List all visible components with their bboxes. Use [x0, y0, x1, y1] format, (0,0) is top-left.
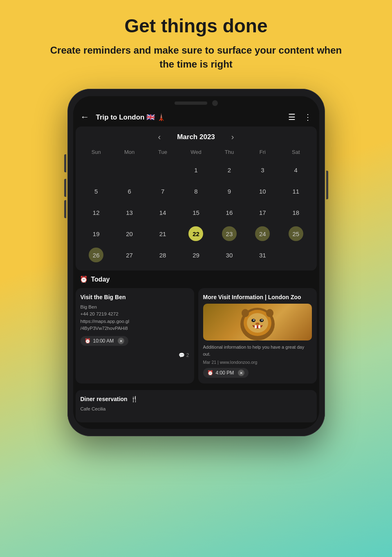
zoo-time-badge: ⏰ 4:00 PM ✕ — [203, 368, 249, 378]
calendar-weekdays: Sun Mon Tue Wed Thu Fri Sat — [80, 147, 313, 157]
notch-bar — [73, 96, 319, 108]
calendar-day-empty-2 — [146, 160, 179, 180]
london-zoo-card-title: More Visit Information | London Zoo — [203, 294, 312, 300]
svg-point-7 — [255, 322, 260, 325]
calendar-day-8[interactable]: 8 — [179, 181, 213, 201]
calendar-day-27[interactable]: 27 — [113, 245, 146, 265]
calendar-day-5[interactable]: 5 — [80, 181, 113, 201]
calendar-day-30[interactable]: 30 — [213, 245, 246, 265]
back-button[interactable]: ← — [81, 112, 90, 122]
calendar-day-20[interactable]: 20 — [113, 224, 146, 244]
calendar-day-16[interactable]: 16 — [213, 203, 246, 222]
svg-rect-9 — [258, 325, 260, 328]
weekday-sat: Sat — [279, 147, 312, 157]
zoo-lion-image — [203, 304, 312, 341]
calendar-month-year: March 2023 — [177, 133, 215, 141]
calendar-day-17[interactable]: 17 — [246, 203, 279, 222]
diner-reservation-card[interactable]: Diner reservation 🍴 Cafe Cecilia — [76, 390, 317, 422]
alarm-icon: ⏰ — [80, 275, 88, 283]
big-ben-card[interactable]: Visit the Big Ben Big Ben +44 20 7219 42… — [76, 288, 194, 383]
calendar-day-1[interactable]: 1 — [179, 160, 213, 180]
phone-frame: ← Trip to London 🇬🇧 🗼 ☰ ⋮ ‹ March 2023 ›… — [67, 89, 325, 436]
calendar-day-3[interactable]: 3 — [246, 160, 279, 180]
calendar-day-18[interactable]: 18 — [279, 203, 312, 222]
today-section: ⏰ Today — [73, 271, 319, 283]
calendar-day-10[interactable]: 10 — [246, 181, 279, 201]
page-title: Get things done — [124, 15, 267, 37]
calendar-day-25[interactable]: 25 — [279, 224, 312, 244]
app-bar: ← Trip to London 🇬🇧 🗼 ☰ ⋮ — [73, 108, 319, 126]
comment-icon: 💬 — [179, 352, 185, 358]
diner-card-title: Diner reservation 🍴 — [81, 396, 312, 402]
calendar-prev-button[interactable]: ‹ — [158, 132, 161, 142]
zoo-card-description: Additional information to help you have … — [203, 344, 312, 357]
calendar-day-15[interactable]: 15 — [179, 203, 213, 222]
notch-pill — [175, 101, 207, 105]
diner-card-detail: Cafe Cecilia — [81, 406, 312, 413]
today-label-row: ⏰ Today — [80, 275, 313, 283]
diner-icon: 🍴 — [131, 396, 138, 402]
calendar-day-22[interactable]: 22 — [179, 224, 213, 244]
calendar-day-19[interactable]: 19 — [80, 224, 113, 244]
calendar-day-empty-0 — [80, 160, 113, 180]
calendar-day-24[interactable]: 24 — [246, 224, 279, 244]
calendar-header: ‹ March 2023 › — [80, 132, 313, 142]
weekday-sun: Sun — [80, 147, 113, 157]
weekday-mon: Mon — [113, 147, 146, 157]
calendar-day-28[interactable]: 28 — [146, 245, 179, 265]
more-icon[interactable]: ⋮ — [304, 112, 312, 122]
calendar-day-9[interactable]: 9 — [213, 181, 246, 201]
big-ben-time-badge: ⏰ 10:00 AM ✕ — [81, 336, 129, 346]
calendar-day-4[interactable]: 4 — [279, 160, 312, 180]
app-bar-title: Trip to London 🇬🇧 🗼 — [96, 113, 280, 122]
zoo-clock-icon: ⏰ — [207, 370, 213, 376]
calendar-day-26[interactable]: 26 — [80, 245, 113, 265]
weekday-thu: Thu — [213, 147, 246, 157]
calendar-day-29[interactable]: 29 — [179, 245, 213, 265]
svg-point-10 — [242, 309, 249, 317]
calendar-day-12[interactable]: 12 — [80, 203, 113, 222]
calendar-day-14[interactable]: 14 — [146, 203, 179, 222]
london-zoo-card[interactable]: More Visit Information | London Zoo — [198, 288, 317, 383]
menu-icon[interactable]: ☰ — [288, 112, 296, 122]
calendar-section: ‹ March 2023 › Sun Mon Tue Wed Thu Fri S… — [76, 126, 317, 271]
cards-row: Visit the Big Ben Big Ben +44 20 7219 42… — [73, 288, 319, 390]
page-subtitle: Create reminders and make sure to surfac… — [49, 43, 343, 71]
big-ben-card-detail: Big Ben +44 20 7219 4272 https://maps.ap… — [81, 304, 189, 332]
calendar-day-31[interactable]: 31 — [246, 245, 279, 265]
calendar-day-11[interactable]: 11 — [279, 181, 312, 201]
svg-rect-8 — [255, 325, 257, 328]
calendar-day-21[interactable]: 21 — [146, 224, 179, 244]
calendar-day-23[interactable]: 23 — [213, 224, 246, 244]
remove-time-button[interactable]: ✕ — [118, 338, 124, 344]
clock-icon: ⏰ — [85, 338, 91, 344]
today-text: Today — [91, 276, 110, 283]
svg-point-11 — [266, 309, 273, 317]
big-ben-comments: 💬 2 — [179, 352, 189, 358]
weekday-fri: Fri — [246, 147, 279, 157]
notch-dot — [212, 100, 218, 106]
calendar-day-empty-1 — [113, 160, 146, 180]
zoo-remove-time-button[interactable]: ✕ — [238, 370, 244, 376]
zoo-card-meta: Mar 21 | www.londonzoo.org — [203, 360, 312, 365]
calendar-next-button[interactable]: › — [231, 132, 234, 142]
calendar-day-6[interactable]: 6 — [113, 181, 146, 201]
big-ben-time: 10:00 AM — [93, 338, 114, 344]
big-ben-card-title: Visit the Big Ben — [81, 294, 189, 300]
comment-count: 2 — [186, 352, 189, 358]
calendar-day-2[interactable]: 2 — [213, 160, 246, 180]
calendar-day-7[interactable]: 7 — [146, 181, 179, 201]
weekday-tue: Tue — [146, 147, 179, 157]
calendar-days: 1234567891011121314151617181920212223242… — [80, 160, 313, 265]
svg-point-5 — [253, 320, 254, 321]
phone-screen: ← Trip to London 🇬🇧 🗼 ☰ ⋮ ‹ March 2023 ›… — [73, 96, 319, 429]
svg-point-6 — [261, 320, 262, 321]
calendar-day-13[interactable]: 13 — [113, 203, 146, 222]
weekday-wed: Wed — [179, 147, 213, 157]
zoo-time: 4:00 PM — [216, 370, 234, 376]
